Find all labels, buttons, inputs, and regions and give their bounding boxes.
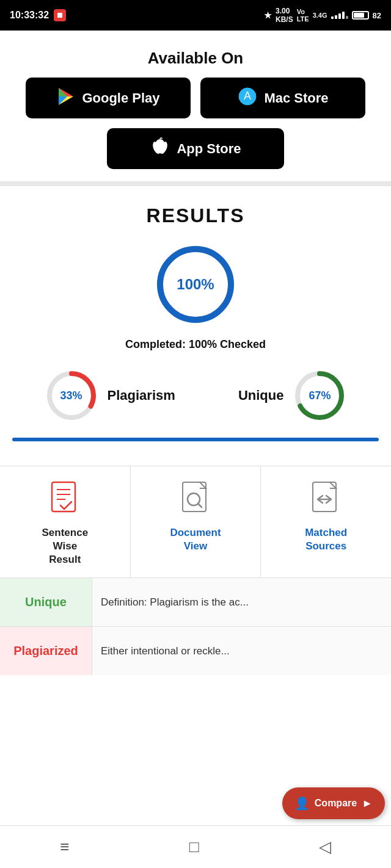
unique-tag: Unique: [0, 578, 92, 626]
battery-level: 82: [373, 11, 381, 20]
plagiarism-circle: 33%: [44, 368, 99, 423]
sentence-wise-result-col[interactable]: Sentence Wise Result: [0, 466, 131, 577]
signal-bars: [331, 12, 348, 19]
status-right: ★ 3.00KB/S VoLTE 3.4G 82: [264, 7, 381, 24]
result-rows: Unique Definition: Plagiarism is the ac.…: [0, 577, 391, 675]
unique-result-text: Definition: Plagiarism is the ac...: [92, 578, 391, 626]
status-bar: 10:33:32 ★ 3.00KB/S VoLTE 3.4G 82: [0, 0, 391, 31]
progress-bar: [12, 438, 379, 441]
unique-percent: 67%: [309, 389, 331, 402]
home-button[interactable]: □: [189, 837, 199, 856]
document-view-icon: [177, 481, 214, 518]
plagiarized-tag: Plagiarized: [0, 627, 92, 675]
completion-percent: 100%: [177, 276, 214, 293]
bluetooth-icon: ★: [264, 10, 272, 20]
completion-circle: 100%: [153, 242, 238, 327]
google-play-icon: [56, 87, 76, 109]
svg-rect-0: [57, 13, 62, 18]
svg-line-21: [198, 504, 202, 507]
compare-arrow-icon: ►: [362, 797, 373, 810]
plagiarism-item: 33% Plagiarism: [44, 368, 175, 423]
plagiarism-percent: 33%: [60, 389, 82, 402]
completed-text: Completed: 100% Checked: [125, 338, 266, 351]
document-view-col[interactable]: Document View: [131, 466, 261, 577]
plagiarism-label: Plagiarism: [108, 388, 175, 403]
svg-rect-22: [313, 482, 336, 512]
document-view-label: Document View: [170, 526, 221, 553]
plagiarized-result-row: Plagiarized Either intentional or reckle…: [0, 626, 391, 675]
svg-text:A: A: [244, 90, 251, 102]
plagiarized-result-text: Either intentional or reckle...: [92, 627, 391, 675]
matched-sources-col[interactable]: Matched Sources: [261, 466, 391, 577]
matched-sources-label: Matched Sources: [305, 526, 347, 553]
sentence-wise-label: Sentence Wise Result: [42, 526, 89, 566]
lte-icon: VoLTE: [297, 8, 309, 23]
compare-button[interactable]: 👤 Compare ►: [282, 787, 385, 819]
sentence-wise-icon: [46, 481, 83, 518]
app-store-icon: [150, 137, 170, 161]
status-time: 10:33:32: [10, 10, 49, 21]
unique-result-row: Unique Definition: Plagiarism is the ac.…: [0, 577, 391, 626]
results-title: RESULTS: [147, 204, 245, 227]
app-store-button[interactable]: App Store: [107, 128, 284, 169]
battery-icon: [352, 11, 369, 20]
back-button[interactable]: ◁: [319, 837, 331, 856]
google-play-button[interactable]: Google Play: [26, 78, 191, 118]
available-on-section: Available On Google Play A: [0, 31, 391, 181]
svg-rect-19: [183, 482, 206, 512]
compare-label: Compare: [315, 798, 357, 809]
unique-circle: 67%: [292, 368, 347, 423]
bottom-nav: ≡ □ ◁: [0, 825, 391, 868]
mac-store-icon: A: [237, 86, 258, 110]
mac-store-label: Mac Store: [264, 90, 328, 106]
unique-item: Unique 67%: [238, 368, 348, 423]
record-icon: [54, 9, 66, 21]
section-divider: [0, 181, 391, 186]
menu-button[interactable]: ≡: [60, 837, 69, 856]
three-cols: Sentence Wise Result Document View: [0, 466, 391, 577]
app-store-label: App Store: [177, 141, 241, 157]
mac-store-button[interactable]: A Mac Store: [200, 78, 365, 118]
compare-icon: 👤: [294, 796, 310, 811]
store-row-top: Google Play A Mac Store: [26, 78, 365, 118]
network-icon: 3.4G: [313, 12, 327, 19]
plag-unique-row: 33% Plagiarism Unique 67%: [12, 368, 379, 423]
results-section: RESULTS 100% Completed: 100% Checked 33%…: [0, 186, 391, 466]
status-left: 10:33:32: [10, 9, 66, 21]
available-title: Available On: [148, 49, 244, 68]
matched-sources-icon: [308, 481, 345, 518]
signal-icon: 3.00KB/S: [276, 7, 293, 24]
svg-rect-15: [52, 482, 75, 512]
unique-label: Unique: [238, 388, 284, 403]
google-play-label: Google Play: [82, 90, 159, 106]
